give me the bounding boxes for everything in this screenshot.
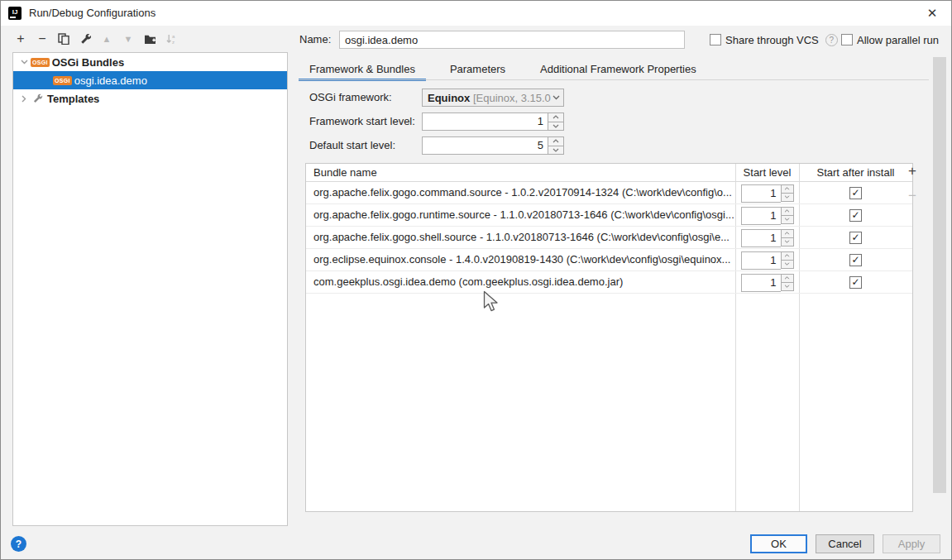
tab-framework-bundles[interactable]: Framework & Bundles xyxy=(299,60,426,80)
templates-wrench-icon xyxy=(31,92,44,105)
spinner-down-icon[interactable] xyxy=(548,146,564,156)
start-level-spinner[interactable]: 1 xyxy=(741,229,794,246)
column-header-bundle-name[interactable]: Bundle name xyxy=(306,164,735,181)
start-level-value[interactable]: 1 xyxy=(741,229,781,247)
start-level-value[interactable]: 1 xyxy=(741,184,781,203)
cancel-button[interactable]: Cancel xyxy=(816,534,874,553)
spinner-down-icon[interactable] xyxy=(781,261,794,269)
name-label: Name: xyxy=(299,31,331,49)
osgi-framework-dropdown[interactable]: Equinox [Equinox, 3.15.0.v xyxy=(422,89,564,107)
chevron-down-icon xyxy=(553,95,560,100)
start-level-value[interactable]: 1 xyxy=(741,207,781,225)
bundle-name: org.apache.felix.gogo.shell.source - 1.1… xyxy=(306,227,735,248)
table-row[interactable]: org.apache.felix.gogo.command.source - 1… xyxy=(306,182,912,204)
table-row[interactable]: com.geekplus.osgi.idea.demo (com.geekplu… xyxy=(306,271,912,294)
osgi-badge-icon: OSGI xyxy=(53,76,72,85)
spinner-down-icon[interactable] xyxy=(781,194,794,202)
chevron-down-icon[interactable] xyxy=(17,55,31,69)
column-header-start-after-install[interactable]: Start after install xyxy=(799,164,912,181)
start-after-install-checkbox[interactable]: ✓ xyxy=(849,209,862,222)
spinner-down-icon[interactable] xyxy=(781,238,794,246)
osgi-badge-icon: OSGI xyxy=(31,58,50,67)
start-level-spinner[interactable]: 1 xyxy=(741,184,794,202)
tree-item-osgi-bundles[interactable]: OSGI OSGi Bundles xyxy=(13,53,287,71)
move-up-icon[interactable]: ▲ xyxy=(100,32,113,45)
allow-parallel-run-option[interactable]: Allow parallel run xyxy=(841,32,939,47)
osgi-framework-value: Equinox xyxy=(428,92,470,104)
ok-button[interactable]: OK xyxy=(750,534,807,553)
tab-parameters[interactable]: Parameters xyxy=(439,60,516,80)
sort-alphabetically-icon[interactable]: az xyxy=(165,32,178,45)
move-down-icon[interactable]: ▼ xyxy=(122,32,135,45)
remove-bundle-icon[interactable]: − xyxy=(906,189,919,203)
spinner-down-icon[interactable] xyxy=(548,122,564,132)
framework-start-level-spinner[interactable]: 1 xyxy=(422,112,564,131)
spinner-up-icon[interactable] xyxy=(781,229,794,238)
window-title: Run/Debug Configurations xyxy=(29,1,155,26)
column-header-start-level[interactable]: Start level xyxy=(735,164,799,181)
tree-item-templates[interactable]: Templates xyxy=(13,89,287,108)
bundle-name: org.apache.felix.gogo.command.source - 1… xyxy=(306,182,735,203)
close-icon[interactable]: ✕ xyxy=(913,1,951,26)
framework-start-level-value[interactable]: 1 xyxy=(422,112,548,131)
copy-configuration-icon[interactable] xyxy=(57,32,70,45)
spinner-down-icon[interactable] xyxy=(781,283,794,291)
start-level-value[interactable]: 1 xyxy=(741,274,781,292)
bundle-name: com.geekplus.osgi.idea.demo (com.geekplu… xyxy=(306,271,735,293)
start-after-install-checkbox[interactable]: ✓ xyxy=(849,254,862,266)
spinner-up-icon[interactable] xyxy=(781,184,794,194)
tree-item-label: OSGi Bundles xyxy=(52,56,124,69)
share-vcs-label: Share through VCS xyxy=(725,34,819,46)
allow-parallel-run-checkbox[interactable] xyxy=(841,34,853,45)
spinner-down-icon[interactable] xyxy=(781,216,794,224)
start-level-value[interactable]: 1 xyxy=(741,251,781,270)
tree-item-label: Templates xyxy=(47,93,99,105)
start-after-install-checkbox[interactable]: ✓ xyxy=(849,187,862,199)
configurations-tree: OSGI OSGi Bundles OSGI osgi.idea.demo Te… xyxy=(12,52,288,526)
settings-tabs: Framework & Bundles Parameters Additiona… xyxy=(299,60,707,80)
add-bundle-icon[interactable]: + xyxy=(906,165,919,178)
spinner-up-icon[interactable] xyxy=(781,274,794,283)
bundle-name: org.eclipse.equinox.console - 1.4.0.v201… xyxy=(306,249,735,270)
add-configuration-icon[interactable]: + xyxy=(14,32,27,45)
spinner-up-icon[interactable] xyxy=(548,112,564,122)
svg-text:a: a xyxy=(172,33,175,39)
default-start-level-label: Default start level: xyxy=(309,136,395,155)
title-bar: IJ Run/Debug Configurations ✕ xyxy=(1,1,951,26)
share-vcs-option[interactable]: Share through VCS ? xyxy=(710,32,838,47)
start-level-spinner[interactable]: 1 xyxy=(741,207,794,224)
bundle-name: org.apache.felix.gogo.runtime.source - 1… xyxy=(306,204,735,226)
name-input[interactable] xyxy=(339,31,685,49)
tab-additional-framework-properties[interactable]: Additional Framework Properties xyxy=(529,60,707,80)
run-debug-configurations-dialog: IJ Run/Debug Configurations ✕ + − ▲ ▼ az… xyxy=(0,0,952,560)
spinner-up-icon[interactable] xyxy=(548,136,564,146)
start-after-install-checkbox[interactable]: ✓ xyxy=(849,232,862,244)
osgi-framework-detail: [Equinox, 3.15.0.v xyxy=(470,92,551,104)
edit-templates-wrench-icon[interactable] xyxy=(79,32,92,45)
share-vcs-checkbox[interactable] xyxy=(710,34,721,45)
default-start-level-value[interactable]: 5 xyxy=(422,136,548,155)
vcs-help-icon[interactable]: ? xyxy=(825,34,838,46)
chevron-right-icon[interactable] xyxy=(17,92,31,105)
table-header: Bundle name Start level Start after inst… xyxy=(306,164,912,182)
start-level-spinner[interactable]: 1 xyxy=(741,251,794,269)
start-level-spinner[interactable]: 1 xyxy=(741,274,794,291)
allow-parallel-run-label: Allow parallel run xyxy=(857,34,939,46)
tree-item-label: osgi.idea.demo xyxy=(74,74,147,87)
tabs-divider xyxy=(299,79,929,80)
mouse-cursor-icon xyxy=(483,290,499,315)
table-row[interactable]: org.apache.felix.gogo.runtime.source - 1… xyxy=(306,204,912,227)
table-row[interactable]: org.eclipse.equinox.console - 1.4.0.v201… xyxy=(306,249,912,271)
vertical-scrollbar[interactable] xyxy=(933,57,946,493)
new-folder-icon[interactable] xyxy=(143,32,156,45)
start-after-install-checkbox[interactable]: ✓ xyxy=(849,276,862,289)
help-button[interactable]: ? xyxy=(11,536,26,552)
spinner-up-icon[interactable] xyxy=(781,251,794,261)
table-row[interactable]: org.apache.felix.gogo.shell.source - 1.1… xyxy=(306,227,912,249)
remove-configuration-icon[interactable]: − xyxy=(36,32,49,45)
framework-start-level-label: Framework start level: xyxy=(309,112,415,131)
apply-button[interactable]: Apply xyxy=(883,534,940,553)
tree-item-osgi-idea-demo[interactable]: OSGI osgi.idea.demo xyxy=(13,71,287,89)
default-start-level-spinner[interactable]: 5 xyxy=(422,136,564,155)
spinner-up-icon[interactable] xyxy=(781,207,794,216)
